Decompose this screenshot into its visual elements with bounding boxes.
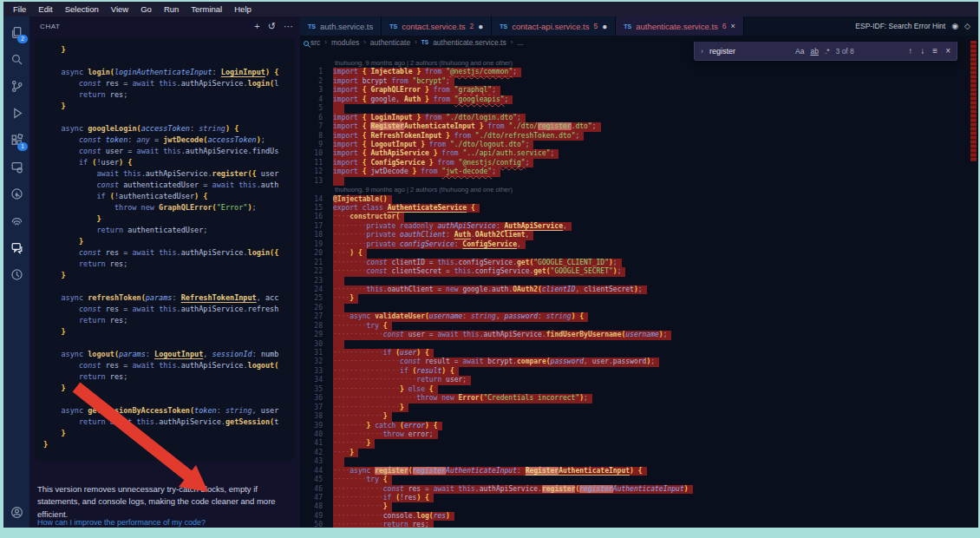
chat-code-line: }	[43, 270, 295, 281]
line-number: 36	[300, 394, 333, 403]
line-number: 6	[300, 114, 333, 122]
menu-item-selection[interactable]: Selection	[59, 4, 105, 14]
find-next-icon[interactable]: ↓	[920, 46, 924, 56]
code-line-38: 38············}	[300, 412, 978, 421]
line-number: 7	[300, 122, 333, 131]
code-line-46: 46············const res = await this.aut…	[300, 485, 978, 494]
code-line-31: 31············if (user) {	[300, 349, 978, 358]
line-number: 13	[300, 177, 333, 186]
line-number: 43	[300, 457, 333, 466]
menu-item-terminal[interactable]: Terminal	[185, 4, 228, 14]
chat-code-line: }	[43, 44, 295, 56]
line-number: 12	[300, 167, 333, 176]
menu-item-run[interactable]: Run	[158, 4, 185, 14]
breadcrumb-item[interactable]: modules	[331, 38, 359, 47]
history-icon[interactable]: ↺	[268, 21, 276, 32]
line-number: 20	[300, 249, 333, 258]
tab-authenticate.service.ts[interactable]: TSauthenticate.service.ts6×	[616, 16, 743, 36]
line-content: import { ConfigService } from "@nestjs/c…	[333, 159, 533, 167]
find-input[interactable]: register	[709, 47, 789, 56]
code-line-22: 22········const clientSecret = this.conf…	[300, 267, 978, 276]
tab-close-icon[interactable]: ×	[731, 22, 735, 30]
line-content: ············const res = await this.authA…	[333, 485, 693, 494]
code-line-13: 13	[300, 177, 978, 186]
tab-label: authenticate.service.ts	[636, 22, 718, 31]
blame-annotation: thuhuong, 9 months ago | 2 authors (thuh…	[300, 186, 978, 194]
tab-auth.service.ts[interactable]: TSauth.service.ts	[300, 16, 382, 36]
live-share-icon[interactable]	[3, 180, 29, 207]
more-actions-icon[interactable]: ⋯	[284, 21, 293, 32]
find-in-selection-icon[interactable]: ≡	[932, 46, 938, 56]
line-number: 46	[300, 485, 333, 494]
menu-item-help[interactable]: Help	[228, 4, 258, 14]
line-content: import { RegisterAuthenticateInput } fro…	[333, 122, 601, 131]
menu-item-edit[interactable]: Edit	[32, 4, 58, 14]
line-content	[333, 457, 344, 466]
find-toggle-replace-icon[interactable]: ›	[701, 47, 703, 56]
chat-code-line: if (!authenticatedUser) {	[43, 191, 295, 202]
menu-item-view[interactable]: View	[105, 4, 134, 14]
menu-item-go[interactable]: Go	[134, 4, 158, 14]
chat-icon[interactable]	[3, 234, 29, 261]
gutter-search-icon[interactable]	[303, 36, 311, 45]
line-content: import { LoginInput } from "./dto/login.…	[333, 114, 526, 122]
tab-problem-count: 6	[722, 22, 727, 30]
breadcrumb-item[interactable]: src	[310, 38, 320, 47]
code-line-7: 7import { RegisterAuthenticateInput } fr…	[300, 122, 978, 131]
breadcrumb-item[interactable]: authenticate.service.ts	[433, 38, 506, 47]
account-icon[interactable]	[3, 499, 29, 526]
line-number: 4	[300, 95, 333, 104]
line-number: 44	[300, 467, 333, 476]
code-line-39: 39········} catch (error) {	[300, 422, 978, 430]
line-content: ············console.log(res)	[333, 512, 454, 521]
wireless-icon[interactable]	[3, 207, 29, 234]
whole-word-icon[interactable]: ab	[810, 47, 818, 56]
remote-window-icon[interactable]	[3, 154, 29, 180]
chat-followup-link[interactable]: How can I improve the performance of my …	[37, 518, 206, 527]
search-error-icon[interactable]: ◉	[951, 22, 958, 30]
split-editor-icon[interactable]: ◇	[964, 22, 970, 30]
chat-code-line: }	[43, 326, 295, 338]
line-number: 39	[300, 422, 333, 430]
breadcrumb-item[interactable]: ...	[517, 38, 523, 47]
code-line-17: 17········private readonly authApiServic…	[300, 222, 978, 231]
overview-ruler[interactable]	[970, 41, 977, 161]
line-number: 33	[300, 367, 333, 376]
run-debug-icon[interactable]	[3, 100, 29, 127]
explorer-icon[interactable]: 2	[3, 19, 29, 46]
line-content: ················if (result) {	[333, 367, 459, 376]
ts-file-icon: TS	[624, 23, 631, 30]
breadcrumb-item[interactable]: authenticate	[370, 38, 410, 47]
line-content: ············}	[333, 412, 392, 421]
line-content: import { jwtDecode } from "jwt-decode";	[333, 167, 500, 176]
line-number: 24	[300, 285, 333, 294]
chat-code-block[interactable]: } async login(loginAuthenticateInput: Lo…	[35, 37, 295, 461]
code-line-42: 42····}	[300, 449, 978, 457]
ts-file-icon: TS	[389, 23, 397, 30]
match-case-icon[interactable]: Aa	[795, 47, 804, 56]
find-previous-icon[interactable]: ↑	[908, 46, 912, 56]
find-close-icon[interactable]: ×	[945, 46, 951, 56]
history-icon[interactable]	[3, 261, 29, 288]
new-chat-icon[interactable]: +	[254, 21, 259, 32]
line-content: ········}	[333, 439, 375, 448]
tab-contact.service.ts[interactable]: TScontact.service.ts2●	[382, 16, 492, 36]
chat-code-line: const res = await this.authApiService.lo…	[43, 247, 295, 259]
extensions-icon[interactable]: 1	[3, 127, 29, 154]
chat-panel-actions: +↺⋯	[254, 21, 293, 32]
menu-item-file[interactable]: File	[7, 4, 32, 14]
code-line-6: 6import { LoginInput } from "./dto/login…	[300, 114, 978, 122]
regex-icon[interactable]: .*	[825, 47, 830, 56]
code-line-32: 32················const result = await b…	[300, 358, 978, 366]
editor-code-area[interactable]: thuhuong, 9 months ago | 2 authors (thuh…	[300, 49, 978, 528]
line-number: 28	[300, 322, 333, 331]
source-control-icon[interactable]	[3, 73, 29, 100]
code-line-49: 49············console.log(res)	[300, 512, 978, 521]
editor-actions: ESP-IDF: Search Error Hint◉◇	[855, 16, 978, 36]
line-content: ················}	[333, 404, 408, 412]
tab-contact-api.service.ts[interactable]: TScontact-api.service.ts5●	[492, 16, 616, 36]
chat-summary-text: This version removes unnecessary try-cat…	[37, 483, 296, 521]
code-line-41: 41········}	[300, 439, 978, 448]
code-line-43: 43	[300, 457, 978, 466]
search-icon[interactable]	[3, 46, 29, 73]
